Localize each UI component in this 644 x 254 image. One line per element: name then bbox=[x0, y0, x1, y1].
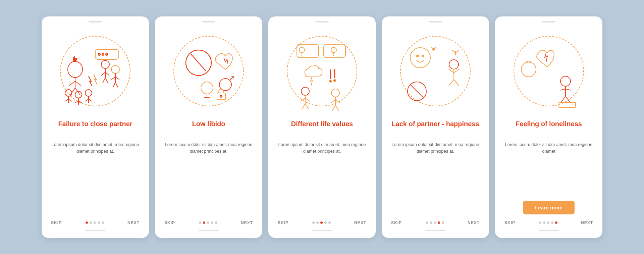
illustration-happiness bbox=[382, 26, 489, 116]
svg-rect-93 bbox=[559, 102, 576, 107]
next-button[interactable]: NEXT bbox=[241, 220, 253, 225]
skip-button[interactable]: SKIP bbox=[278, 220, 288, 225]
bottom-bar bbox=[425, 230, 445, 231]
dot-2 bbox=[430, 221, 432, 224]
svg-line-86 bbox=[410, 85, 424, 98]
top-bar bbox=[89, 21, 102, 22]
dot-2 bbox=[203, 221, 205, 224]
svg-line-73 bbox=[431, 47, 434, 49]
dot-indicators bbox=[539, 221, 557, 224]
dot-5 bbox=[328, 221, 331, 224]
svg-line-25 bbox=[68, 99, 72, 101]
dot-3 bbox=[207, 221, 209, 224]
svg-line-2 bbox=[69, 81, 75, 86]
dot-1 bbox=[312, 221, 315, 224]
skip-button[interactable]: SKIP bbox=[164, 220, 175, 225]
dot-3 bbox=[320, 221, 323, 224]
skip-button[interactable]: SKIP bbox=[391, 220, 402, 225]
svg-line-3 bbox=[75, 81, 81, 86]
svg-line-11 bbox=[105, 78, 108, 83]
svg-point-22 bbox=[65, 90, 72, 96]
svg-line-59 bbox=[305, 98, 310, 101]
svg-point-6 bbox=[101, 60, 109, 68]
dot-1 bbox=[426, 221, 428, 224]
next-button[interactable]: NEXT bbox=[127, 220, 140, 225]
svg-point-50 bbox=[331, 47, 336, 53]
skip-button[interactable]: SKIP bbox=[51, 220, 62, 225]
cards-container: Failure to close partner Lorem ipsum dol… bbox=[20, 16, 624, 238]
svg-line-32 bbox=[85, 99, 89, 101]
illustration-values bbox=[268, 26, 376, 116]
card-nav: SKIP NEXT bbox=[495, 214, 602, 225]
illustration-libido bbox=[155, 26, 262, 116]
card-desc: Lorem ipsum dolor sit dim amet, mea regi… bbox=[163, 141, 254, 214]
svg-point-44 bbox=[220, 95, 222, 97]
svg-point-46 bbox=[299, 47, 305, 53]
svg-point-0 bbox=[68, 61, 83, 78]
card-desc: Lorem ipsum dolor sit dim amet, mea regi… bbox=[503, 141, 594, 196]
svg-line-14 bbox=[111, 77, 115, 80]
dot-5 bbox=[555, 221, 557, 224]
dot-indicators bbox=[86, 221, 104, 224]
dot-4 bbox=[551, 221, 553, 224]
next-button[interactable]: NEXT bbox=[581, 220, 593, 225]
svg-point-79 bbox=[449, 60, 459, 69]
card-desc: Lorem ipsum dolor sit dim amet, mea regi… bbox=[276, 141, 368, 214]
svg-line-35 bbox=[191, 54, 206, 71]
svg-line-83 bbox=[449, 80, 454, 86]
svg-line-29 bbox=[78, 101, 82, 103]
dot-4 bbox=[211, 221, 213, 224]
learn-more-button[interactable]: Learn more bbox=[523, 201, 575, 214]
card-nav: SKIP NEXT bbox=[268, 214, 376, 225]
svg-line-78 bbox=[455, 50, 459, 53]
svg-line-64 bbox=[331, 100, 335, 103]
svg-point-53 bbox=[329, 80, 331, 82]
card-nav: SKIP NEXT bbox=[382, 214, 489, 225]
svg-point-87 bbox=[521, 62, 536, 77]
card-title: Lack of partner - happiness bbox=[391, 120, 479, 137]
svg-line-77 bbox=[452, 50, 455, 53]
top-bar bbox=[202, 21, 215, 22]
svg-line-16 bbox=[113, 82, 115, 87]
illustration-svg bbox=[382, 26, 489, 116]
dot-3 bbox=[94, 221, 96, 224]
svg-rect-49 bbox=[324, 44, 345, 58]
dot-1 bbox=[199, 221, 201, 224]
svg-point-69 bbox=[417, 55, 419, 57]
card-title: Different life values bbox=[291, 120, 353, 137]
card-life-values: Different life values Lorem ipsum dolor … bbox=[268, 16, 376, 238]
svg-line-58 bbox=[301, 98, 305, 101]
svg-point-21 bbox=[106, 53, 108, 55]
top-bar bbox=[542, 21, 555, 22]
card-failure: Failure to close partner Lorem ipsum dol… bbox=[42, 16, 149, 238]
card-loneliness: Feeling of loneliness Lorem ipsum dolor … bbox=[495, 16, 602, 238]
card-low-libido: Low libido Lorem ipsum dolor sit dim ame… bbox=[155, 16, 262, 238]
svg-line-65 bbox=[335, 100, 340, 103]
dot-4 bbox=[324, 221, 327, 224]
svg-point-89 bbox=[560, 76, 571, 86]
svg-point-56 bbox=[301, 87, 309, 95]
illustration-svg bbox=[495, 26, 602, 116]
card-nav: SKIP NEXT bbox=[42, 214, 149, 225]
top-bar bbox=[429, 21, 442, 22]
svg-point-62 bbox=[331, 89, 339, 97]
dot-2 bbox=[90, 221, 92, 224]
dot-2 bbox=[316, 221, 319, 224]
dot-3 bbox=[434, 221, 436, 224]
next-button[interactable]: NEXT bbox=[468, 220, 480, 225]
skip-button[interactable]: SKIP bbox=[504, 220, 515, 225]
dot-4 bbox=[98, 221, 100, 224]
next-button[interactable]: NEXT bbox=[354, 220, 366, 225]
card-title: Failure to close partner bbox=[58, 120, 132, 137]
illustration-failure bbox=[42, 26, 149, 116]
svg-line-8 bbox=[101, 72, 105, 75]
svg-point-70 bbox=[422, 55, 424, 57]
card-desc: Lorem ipsum dolor sit dim amet, mea regi… bbox=[390, 141, 481, 214]
dot-indicators bbox=[426, 221, 444, 224]
svg-line-17 bbox=[115, 82, 118, 87]
bottom-bar bbox=[199, 230, 219, 231]
card-title: Low libido bbox=[192, 120, 225, 137]
svg-line-15 bbox=[115, 77, 119, 80]
svg-rect-45 bbox=[297, 44, 319, 58]
svg-point-19 bbox=[98, 53, 100, 55]
